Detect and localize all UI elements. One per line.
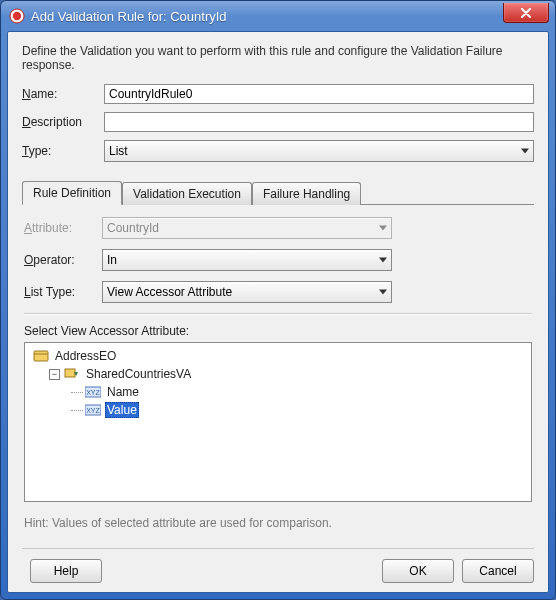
tree-leaf1-label: Name: [105, 385, 141, 399]
type-label: Type:: [22, 144, 104, 158]
tabpanel-rule-definition: Attribute: CountryId Operator: In List T…: [22, 205, 534, 538]
chevron-down-icon: [379, 226, 387, 231]
listtype-label: List Type:: [24, 285, 102, 299]
svg-rect-4: [65, 369, 75, 377]
hint-text: Hint: Values of selected attribute are u…: [24, 516, 532, 530]
entity-object-icon: [33, 349, 49, 363]
chevron-down-icon: [379, 290, 387, 295]
operator-combo[interactable]: In: [102, 249, 392, 271]
accessor-tree[interactable]: AddressEO − SharedCountriesVA XYZ: [24, 342, 532, 502]
titlebar[interactable]: Add Validation Rule for: CountryId: [1, 1, 555, 31]
svg-text:XYZ: XYZ: [86, 389, 100, 396]
window-title: Add Validation Rule for: CountryId: [31, 9, 227, 24]
tree-root-label: AddressEO: [53, 349, 118, 363]
type-combo[interactable]: List: [104, 140, 534, 162]
operator-value: In: [107, 253, 117, 267]
tab-validation-execution[interactable]: Validation Execution: [122, 182, 252, 205]
tree-node-attr-name[interactable]: XYZ Name: [29, 383, 527, 401]
close-icon: [520, 8, 532, 18]
chevron-down-icon: [521, 149, 529, 154]
tab-rule-definition[interactable]: Rule Definition: [22, 181, 122, 205]
tree-leaf2-label: Value: [105, 402, 139, 418]
operator-label: Operator:: [24, 253, 102, 267]
ok-button[interactable]: OK: [382, 559, 454, 583]
listtype-value: View Accessor Attribute: [107, 285, 232, 299]
attribute-value: CountryId: [107, 221, 159, 235]
attribute-icon: XYZ: [85, 385, 101, 399]
client-area: Define the Validation you want to perfor…: [7, 31, 549, 593]
row-type: Type: List: [22, 140, 534, 162]
close-button[interactable]: [503, 3, 549, 23]
intro-text: Define the Validation you want to perfor…: [22, 44, 534, 72]
row-description: Description: [22, 112, 534, 132]
tree-node-attr-value[interactable]: XYZ Value: [29, 401, 527, 419]
tree-node-root[interactable]: AddressEO: [29, 347, 527, 365]
tab-failure-handling[interactable]: Failure Handling: [252, 182, 361, 205]
tree-label: Select View Accessor Attribute:: [24, 324, 532, 338]
cancel-button[interactable]: Cancel: [462, 559, 534, 583]
help-button[interactable]: Help: [30, 559, 102, 583]
attribute-icon: XYZ: [85, 403, 101, 417]
svg-text:XYZ: XYZ: [86, 407, 100, 414]
description-label: Description: [22, 115, 104, 129]
view-accessor-icon: [64, 367, 80, 381]
tabs: Rule Definition Validation Execution Fai…: [22, 180, 534, 538]
chevron-down-icon: [379, 258, 387, 263]
row-listtype: List Type: View Accessor Attribute: [24, 281, 532, 303]
name-label: Name:: [22, 87, 104, 101]
collapse-toggle[interactable]: −: [49, 369, 60, 380]
description-input[interactable]: [104, 112, 534, 132]
attribute-label: Attribute:: [24, 221, 102, 235]
row-name: Name:: [22, 84, 534, 104]
dialog-window: Add Validation Rule for: CountryId Defin…: [0, 0, 556, 600]
tabstrip: Rule Definition Validation Execution Fai…: [22, 180, 534, 205]
name-input[interactable]: [104, 84, 534, 104]
tree-node-va[interactable]: − SharedCountriesVA: [29, 365, 527, 383]
svg-rect-2: [34, 351, 48, 361]
app-icon: [9, 8, 25, 24]
button-bar: Help OK Cancel: [22, 548, 534, 583]
svg-point-1: [13, 12, 21, 20]
row-attribute: Attribute: CountryId: [24, 217, 532, 239]
tree-va-label: SharedCountriesVA: [84, 367, 193, 381]
attribute-combo: CountryId: [102, 217, 392, 239]
separator: [24, 313, 532, 314]
type-value: List: [109, 144, 128, 158]
row-operator: Operator: In: [24, 249, 532, 271]
listtype-combo[interactable]: View Accessor Attribute: [102, 281, 392, 303]
